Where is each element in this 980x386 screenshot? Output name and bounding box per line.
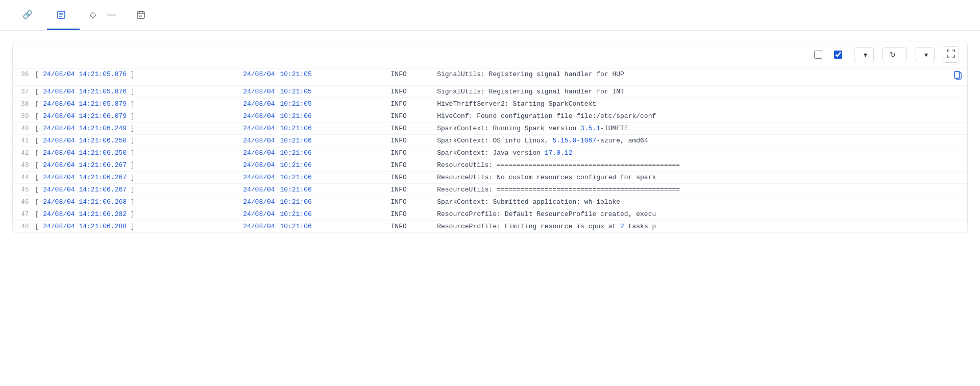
line-wrapping-checkbox[interactable] xyxy=(814,51,822,59)
log-timestamp: 24/08/04 10:21:06 xyxy=(243,147,386,159)
log-row: 43[ 24/08/04 14:21:06.267 ]24/08/04 10:2… xyxy=(13,159,967,172)
time-range-dropdown[interactable]: ▾ xyxy=(854,47,874,62)
log-bracket-timestamp: [ 24/08/04 14:21:05.879 ] xyxy=(35,98,243,110)
log-level: INFO xyxy=(387,172,437,184)
log-bracket-timestamp: [ 24/08/04 14:21:06.267 ] xyxy=(35,184,243,196)
show-date-toggle[interactable] xyxy=(834,51,846,59)
log-level: INFO xyxy=(387,159,437,172)
log-level: INFO xyxy=(387,123,437,135)
logs-toolbar: ▾ ↻ ▾ xyxy=(12,41,968,68)
log-row-number: 39 xyxy=(13,110,35,123)
log-message: ResourceUtils: No custom resources confi… xyxy=(437,172,949,184)
log-row: 41[ 24/08/04 14:21:06.250 ]24/08/04 10:2… xyxy=(13,135,967,147)
log-bracket-timestamp: [ 24/08/04 14:21:06.250 ] xyxy=(35,135,243,147)
activity-icon: 12 xyxy=(137,10,145,19)
copy-icon[interactable] xyxy=(953,73,963,83)
log-row-number: 42 xyxy=(13,147,35,159)
log-bracket-timestamp: [ 24/08/04 14:21:06.282 ] xyxy=(35,208,243,221)
fullscreen-button[interactable] xyxy=(943,46,959,63)
log-row-number: 47 xyxy=(13,208,35,221)
log-row: 47[ 24/08/04 14:21:06.282 ]24/08/04 10:2… xyxy=(13,208,967,221)
log-message: ResourceUtils: =========================… xyxy=(437,184,949,196)
log-timestamp: 24/08/04 10:21:06 xyxy=(243,196,386,208)
tab-connections[interactable]: 🔗 xyxy=(12,0,47,30)
tab-k8s-events[interactable]: ◇ xyxy=(80,0,127,30)
log-row-number: 38 xyxy=(13,98,35,110)
log-row-number: 48 xyxy=(13,221,35,233)
log-message: ResourceUtils: =========================… xyxy=(437,159,949,172)
log-level: INFO xyxy=(387,86,437,98)
log-message: SparkContext: OS info Linux, 5.15.0-1067… xyxy=(437,135,949,147)
k8s-badge xyxy=(107,13,116,16)
tab-bar: 🔗 ◇ 12 xyxy=(0,0,980,31)
log-timestamp: 24/08/04 10:21:05 xyxy=(243,98,386,110)
log-timestamp: 24/08/04 10:21:06 xyxy=(243,184,386,196)
log-level: INFO xyxy=(387,184,437,196)
main-content: ▾ ↻ ▾ xyxy=(0,31,980,244)
log-row: 37[ 24/08/04 14:21:05.876 ]24/08/04 10:2… xyxy=(13,86,967,98)
toolbar-controls: ▾ ↻ ▾ xyxy=(814,46,959,63)
log-level: INFO xyxy=(387,98,437,110)
log-row-number: 37 xyxy=(13,86,35,98)
log-row: 36[ 24/08/04 14:21:05.876 ]24/08/04 10:2… xyxy=(13,68,967,86)
log-row-number: 44 xyxy=(13,172,35,184)
log-bracket-timestamp: [ 24/08/04 14:21:06.267 ] xyxy=(35,159,243,172)
log-timestamp: 24/08/04 10:21:05 xyxy=(243,68,386,86)
log-message: HiveThriftServer2: Starting SparkContext xyxy=(437,98,949,110)
log-bracket-timestamp: [ 24/08/04 14:21:06.288 ] xyxy=(35,221,243,233)
log-row-number: 46 xyxy=(13,196,35,208)
log-bracket-timestamp: [ 24/08/04 14:21:05.876 ] xyxy=(35,86,243,98)
log-timestamp: 24/08/04 10:21:06 xyxy=(243,159,386,172)
log-message: ResourceProfile: Default ResourceProfile… xyxy=(437,208,949,221)
log-link[interactable]: 17.0.12 xyxy=(545,149,573,157)
log-bracket-timestamp: [ 24/08/04 14:21:06.249 ] xyxy=(35,123,243,135)
log-row-number: 45 xyxy=(13,184,35,196)
log-link[interactable]: 5.15.0-1067 xyxy=(552,137,596,144)
log-message: SignalUtils: Registering signal handler … xyxy=(437,86,949,98)
log-row: 39[ 24/08/04 14:21:06.079 ]24/08/04 10:2… xyxy=(13,110,967,123)
refresh-icon: ↻ xyxy=(890,51,896,59)
refresh-interval-dropdown[interactable]: ▾ xyxy=(915,47,935,62)
log-bracket-timestamp: [ 24/08/04 14:21:05.876 ] xyxy=(35,68,243,86)
log-level: INFO xyxy=(387,147,437,159)
log-link[interactable]: 3.5.1 xyxy=(580,125,600,132)
refresh-button[interactable]: ↻ xyxy=(882,47,906,62)
log-timestamp: 24/08/04 10:21:06 xyxy=(243,123,386,135)
connections-icon: 🔗 xyxy=(22,10,33,19)
line-wrapping-toggle[interactable] xyxy=(814,51,826,59)
log-timestamp: 24/08/04 10:21:06 xyxy=(243,110,386,123)
log-level: INFO xyxy=(387,221,437,233)
log-row: 40[ 24/08/04 14:21:06.249 ]24/08/04 10:2… xyxy=(13,123,967,135)
log-table: 36[ 24/08/04 14:21:05.876 ]24/08/04 10:2… xyxy=(13,68,967,233)
log-message: ResourceProfile: Limiting resource is cp… xyxy=(437,221,949,233)
tab-activity[interactable]: 12 xyxy=(127,0,159,30)
log-message: SparkContext: Running Spark version 3.5.… xyxy=(437,123,949,135)
log-bracket-timestamp: [ 24/08/04 14:21:06.267 ] xyxy=(35,172,243,184)
log-timestamp: 24/08/04 10:21:06 xyxy=(243,221,386,233)
logs-icon xyxy=(57,10,65,19)
log-message: SignalUtils: Registering signal handler … xyxy=(437,68,949,86)
log-row: 45[ 24/08/04 14:21:06.267 ]24/08/04 10:2… xyxy=(13,184,967,196)
tab-logs[interactable] xyxy=(47,0,80,30)
log-row: 46[ 24/08/04 14:21:06.268 ]24/08/04 10:2… xyxy=(13,196,967,208)
log-message: SparkContext: Submitted application: wh-… xyxy=(437,196,949,208)
log-level: INFO xyxy=(387,110,437,123)
svg-text:12: 12 xyxy=(139,14,142,17)
log-message: SparkContext: Java version 17.0.12 xyxy=(437,147,949,159)
log-timestamp: 24/08/04 10:21:06 xyxy=(243,208,386,221)
svg-rect-10 xyxy=(954,71,960,78)
log-link[interactable]: 2 xyxy=(620,223,624,230)
k8s-icon: ◇ xyxy=(90,10,96,19)
log-row: 44[ 24/08/04 14:21:06.267 ]24/08/04 10:2… xyxy=(13,172,967,184)
log-row: 42[ 24/08/04 14:21:06.250 ]24/08/04 10:2… xyxy=(13,147,967,159)
show-date-checkbox[interactable] xyxy=(834,51,842,59)
copy-button[interactable] xyxy=(949,68,967,86)
log-row-number: 43 xyxy=(13,159,35,172)
log-timestamp: 24/08/04 10:21:06 xyxy=(243,172,386,184)
log-level: INFO xyxy=(387,68,437,86)
log-table-wrapper: 36[ 24/08/04 14:21:05.876 ]24/08/04 10:2… xyxy=(12,68,968,233)
log-message: HiveConf: Found configuration file file:… xyxy=(437,110,949,123)
log-row: 38[ 24/08/04 14:21:05.879 ]24/08/04 10:2… xyxy=(13,98,967,110)
log-bracket-timestamp: [ 24/08/04 14:21:06.268 ] xyxy=(35,196,243,208)
log-level: INFO xyxy=(387,208,437,221)
